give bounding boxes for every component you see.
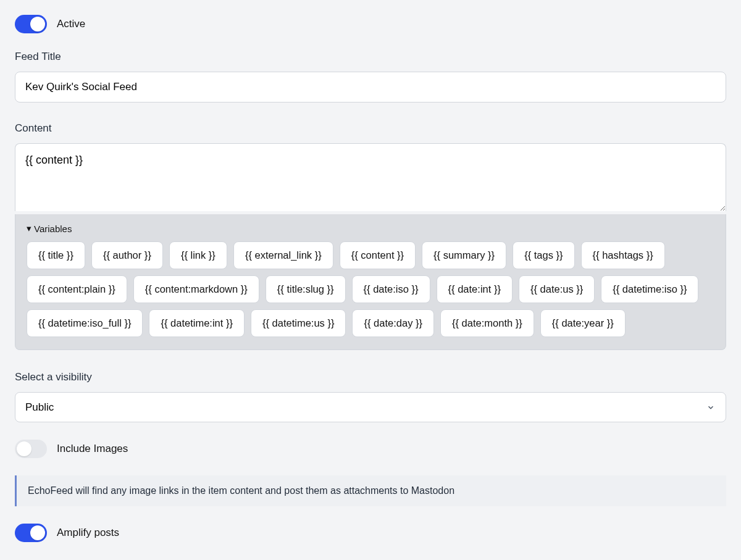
variables-header-text: Variables <box>34 224 72 234</box>
toggle-knob <box>17 441 31 456</box>
variable-chip[interactable]: {{ datetime:us }} <box>251 309 346 337</box>
variables-toggle[interactable]: ▾ Variables <box>27 223 714 234</box>
variable-chip[interactable]: {{ title:slug }} <box>266 275 346 303</box>
variable-chip[interactable]: {{ datetime:iso }} <box>601 275 698 303</box>
variable-chip[interactable]: {{ title }} <box>27 241 85 269</box>
include-images-help: EchoFeed will find any image links in th… <box>15 475 726 506</box>
variable-chip[interactable]: {{ content:markdown }} <box>133 275 259 303</box>
variable-chip[interactable]: {{ date:us }} <box>519 275 595 303</box>
active-label: Active <box>57 18 85 30</box>
visibility-label: Select a visibility <box>15 371 726 383</box>
variable-chip[interactable]: {{ content:plain }} <box>27 275 127 303</box>
content-textarea[interactable] <box>15 143 726 211</box>
include-images-toggle[interactable] <box>15 440 47 458</box>
feed-title-label: Feed Title <box>15 51 726 63</box>
variable-chip[interactable]: {{ external_link }} <box>233 241 333 269</box>
include-images-label: Include Images <box>57 443 128 455</box>
content-label: Content <box>15 122 726 135</box>
variable-chip[interactable]: {{ date:int }} <box>437 275 513 303</box>
variable-chip[interactable]: {{ summary }} <box>422 241 506 269</box>
feed-title-input[interactable] <box>15 72 726 102</box>
variables-chip-row: {{ title }}{{ author }}{{ link }}{{ exte… <box>27 241 714 337</box>
variable-chip[interactable]: {{ author }} <box>91 241 163 269</box>
variable-chip[interactable]: {{ date:month }} <box>440 309 534 337</box>
active-toggle[interactable] <box>15 15 47 33</box>
variable-chip[interactable]: {{ link }} <box>169 241 227 269</box>
variable-chip[interactable]: {{ date:year }} <box>540 309 626 337</box>
toggle-knob <box>30 525 45 540</box>
variable-chip[interactable]: {{ datetime:int }} <box>149 309 245 337</box>
amplify-posts-toggle[interactable] <box>15 524 47 542</box>
visibility-select[interactable]: Public <box>15 392 726 422</box>
variable-chip[interactable]: {{ content }} <box>340 241 416 269</box>
variable-chip[interactable]: {{ tags }} <box>513 241 574 269</box>
toggle-knob <box>30 17 45 31</box>
variables-panel: ▾ Variables {{ title }}{{ author }}{{ li… <box>15 214 726 350</box>
caret-down-icon: ▾ <box>27 223 31 234</box>
amplify-posts-label: Amplify posts <box>57 527 119 539</box>
variable-chip[interactable]: {{ hashtags }} <box>581 241 665 269</box>
variable-chip[interactable]: {{ date:day }} <box>352 309 434 337</box>
variable-chip[interactable]: {{ date:iso }} <box>352 275 430 303</box>
variable-chip[interactable]: {{ datetime:iso_full }} <box>27 309 143 337</box>
